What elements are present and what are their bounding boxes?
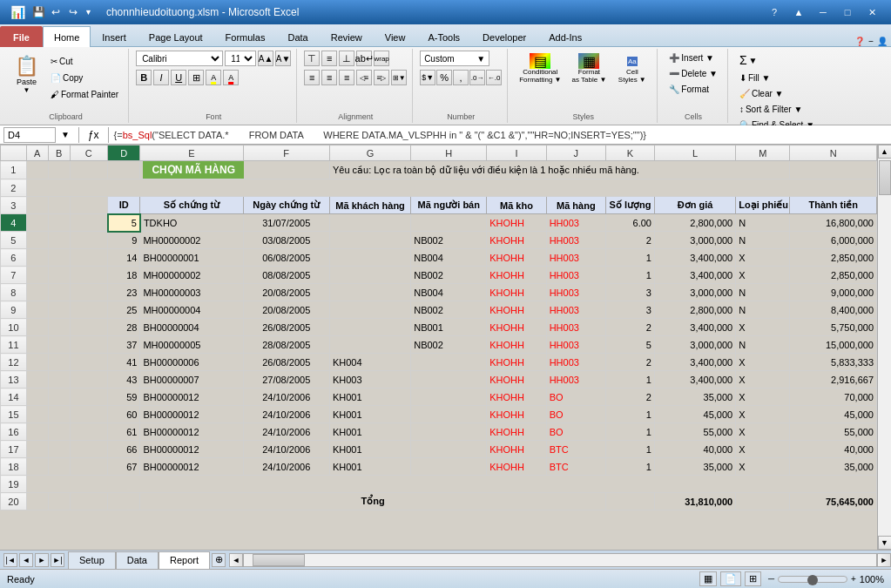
row-number-6[interactable]: 6 [1, 249, 27, 267]
col-header-J[interactable]: J [546, 145, 605, 161]
row-number-11[interactable]: 11 [1, 336, 27, 354]
tab-home[interactable]: Home [43, 26, 91, 47]
row-number-1[interactable]: 1 [1, 161, 27, 179]
help-icon[interactable]: ❓ [854, 37, 865, 46]
sum-button[interactable]: Σ ▼ [735, 51, 762, 70]
tab-file[interactable]: File [0, 26, 43, 47]
col-header-E[interactable]: E [140, 145, 243, 161]
copy-button[interactable]: 📄 Copy [46, 71, 123, 85]
row-number-5[interactable]: 5 [1, 232, 27, 249]
page-break-button[interactable]: ⊞ [745, 571, 761, 586]
col-header-M[interactable]: M [736, 145, 790, 161]
horizontal-scrollbar-track[interactable] [243, 553, 877, 567]
scroll-left-button[interactable]: ◄ [229, 553, 243, 567]
save-button[interactable]: 💾 [30, 4, 46, 20]
text-direction-button[interactable]: ab↵ [356, 51, 372, 66]
underline-button[interactable]: U [171, 70, 186, 85]
font-size-select[interactable]: 11 [225, 51, 256, 66]
align-center-button[interactable]: ≡ [321, 70, 337, 85]
clear-button[interactable]: 🧹 Clear ▼ [735, 86, 788, 101]
align-middle-button[interactable]: ≡ [321, 51, 337, 66]
function-icon[interactable]: ƒx [88, 129, 99, 141]
sheet-tab-setup[interactable]: Setup [68, 551, 116, 569]
scroll-thumb[interactable] [879, 160, 891, 195]
col-header-D[interactable]: D [108, 145, 140, 161]
sheet-tab-report[interactable]: Report [159, 551, 210, 569]
row-number-13[interactable]: 13 [1, 371, 27, 389]
cell-D1[interactable] [108, 161, 140, 179]
col-header-A[interactable]: A [26, 145, 48, 161]
cell-B3[interactable] [48, 197, 70, 214]
zoom-slider-thumb[interactable] [807, 575, 818, 585]
cell-G1[interactable]: Yêu cầu: Lọc ra toàn bộ dữ liệu với điều… [329, 161, 789, 179]
undo-button[interactable]: ↩ [48, 4, 64, 20]
scroll-up-button[interactable]: ▲ [878, 145, 892, 159]
align-right-button[interactable]: ≡ [339, 70, 354, 85]
tab-insert[interactable]: Insert [91, 26, 138, 47]
row-number-3[interactable]: 3 [1, 197, 27, 214]
format-as-table-button[interactable]: ▦ Formatas Table ▼ [568, 51, 611, 87]
row-number-16[interactable]: 16 [1, 423, 27, 441]
tab-developer[interactable]: Developer [471, 26, 537, 47]
tab-review[interactable]: Review [320, 26, 374, 47]
cell-styles-button[interactable]: Aa CellStyles ▼ [612, 51, 651, 87]
horizontal-scroll-thumb[interactable] [253, 554, 305, 566]
insert-button[interactable]: ➕ Insert ▼ [665, 51, 719, 65]
sheet-nav-prev[interactable]: ◄ [19, 553, 33, 567]
quick-access-dropdown[interactable]: ▼ [84, 8, 92, 17]
ribbon-options-icon[interactable]: − [868, 37, 874, 46]
help-button[interactable]: ? [762, 3, 786, 21]
border-button[interactable]: ⊞ [188, 70, 204, 85]
paste-dropdown[interactable]: ▼ [24, 86, 30, 94]
font-color-button[interactable]: A [223, 70, 239, 85]
cell-B1[interactable] [48, 161, 70, 179]
vertical-scrollbar[interactable]: ▲ ▼ [877, 145, 891, 550]
close-button[interactable]: ✕ [860, 3, 884, 21]
row-number-20[interactable]: 20 [1, 493, 27, 510]
tab-data[interactable]: Data [276, 26, 319, 47]
row-number-7[interactable]: 7 [1, 267, 27, 284]
row-number-9[interactable]: 9 [1, 301, 27, 319]
sort-filter-button[interactable]: ↕ Sort & Filter ▼ [735, 102, 807, 117]
cell-C1[interactable] [70, 161, 108, 179]
col-header-H[interactable]: H [411, 145, 487, 161]
fill-button[interactable]: ⬇ Fill ▼ [735, 71, 774, 85]
tab-add-ins[interactable]: Add-Ins [537, 26, 593, 47]
sheet-nav-first[interactable]: |◄ [3, 553, 17, 567]
cell-ref-box[interactable]: D4 [3, 127, 56, 143]
zoom-in-button[interactable]: + [851, 574, 856, 584]
align-bottom-button[interactable]: ⊥ [339, 51, 354, 66]
row-number-4[interactable]: 4 [1, 214, 27, 232]
col-header-B[interactable]: B [48, 145, 70, 161]
tab-view[interactable]: View [374, 26, 417, 47]
comma-style-button[interactable]: , [453, 70, 469, 85]
chon-ma-hang-button[interactable]: CHỌN MÃ HÀNG [143, 161, 244, 179]
col-header-L[interactable]: L [654, 145, 735, 161]
align-left-button[interactable]: ≡ [304, 70, 320, 85]
paste-button[interactable]: 📋 Paste ▼ [9, 51, 44, 98]
col-header-C[interactable]: C [70, 145, 108, 161]
page-layout-button[interactable]: 📄 [720, 571, 741, 586]
zoom-slider[interactable] [778, 576, 847, 583]
merge-center-button[interactable]: ⊞▼ [391, 70, 407, 85]
sheet-tab-data[interactable]: Data [116, 551, 159, 569]
cell-D4[interactable]: 5 [108, 214, 140, 232]
row-number-12[interactable]: 12 [1, 354, 27, 371]
sign-in-icon[interactable]: 👤 [877, 37, 888, 46]
normal-view-button[interactable]: ▦ [699, 571, 717, 586]
col-header-N[interactable]: N [790, 145, 877, 161]
italic-button[interactable]: I [153, 70, 169, 85]
new-sheet-button[interactable]: ⊕ [212, 553, 226, 567]
bold-button[interactable]: B [136, 70, 152, 85]
conditional-formatting-button[interactable]: ▤ ConditionalFormatting ▼ [515, 51, 565, 87]
col-header-G[interactable]: G [329, 145, 410, 161]
increase-indent-button[interactable]: ≡▷ [374, 70, 389, 85]
number-format-select[interactable]: Custom ▼ [420, 51, 489, 66]
cell-C3[interactable] [70, 197, 108, 214]
zoom-out-button[interactable]: ─ [768, 574, 774, 584]
row-number-14[interactable]: 14 [1, 389, 27, 406]
maximize-button[interactable]: □ [835, 3, 860, 21]
delete-button[interactable]: ➖ Delete ▼ [665, 66, 722, 81]
decrease-indent-button[interactable]: ◁≡ [356, 70, 372, 85]
tab-a-tools[interactable]: A-Tools [416, 26, 471, 47]
